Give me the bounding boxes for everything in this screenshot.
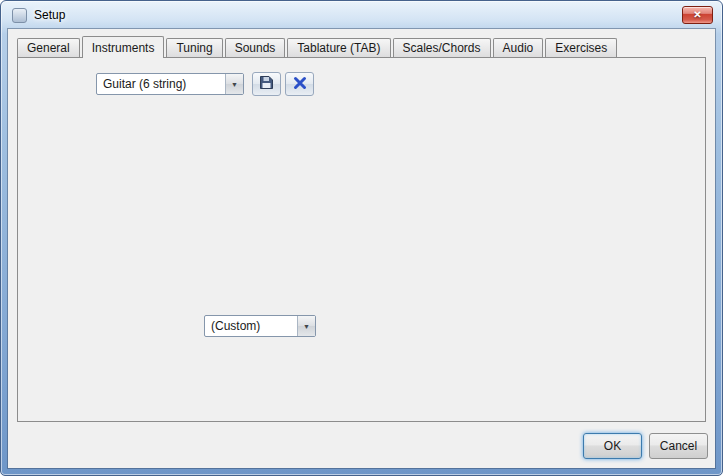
close-button[interactable]: ✕	[682, 6, 713, 24]
delete-instrument-button[interactable]	[285, 72, 314, 96]
tab-instruments[interactable]: Instruments	[82, 36, 165, 58]
tab-tablature[interactable]: Tablature (TAB)	[287, 38, 390, 57]
save-instrument-button[interactable]	[252, 72, 281, 96]
chevron-down-icon[interactable]: ▼	[297, 316, 315, 336]
tab-exercises[interactable]: Exercises	[545, 38, 617, 57]
instrument-select-value: Guitar (6 string)	[97, 74, 225, 94]
tab-general[interactable]: General	[17, 38, 80, 57]
chevron-down-icon[interactable]: ▼	[225, 74, 243, 94]
ok-button[interactable]: OK	[583, 433, 642, 459]
tab-scales-chords[interactable]: Scales/Chords	[393, 38, 491, 57]
tab-tuning[interactable]: Tuning	[166, 38, 222, 57]
instrument-select[interactable]: Guitar (6 string) ▼	[96, 73, 244, 95]
instruments-tab-page	[17, 57, 706, 422]
tab-sounds[interactable]: Sounds	[225, 38, 286, 57]
title-bar[interactable]: Setup ✕	[1, 1, 722, 29]
app-icon	[12, 8, 27, 23]
tab-bar: General Instruments Tuning Sounds Tablat…	[17, 36, 619, 57]
dialog-body: General Instruments Tuning Sounds Tablat…	[8, 29, 715, 468]
tab-audio[interactable]: Audio	[493, 38, 544, 57]
floppy-icon	[259, 75, 274, 93]
window-title: Setup	[34, 8, 65, 22]
fretboard-scheme-value: (Custom)	[205, 316, 297, 336]
setup-window: Setup ✕ General Instruments Tuning Sound…	[0, 0, 723, 476]
fretboard-scheme-select[interactable]: (Custom) ▼	[204, 315, 316, 337]
delete-x-icon	[293, 76, 307, 93]
cancel-button[interactable]: Cancel	[649, 433, 708, 459]
